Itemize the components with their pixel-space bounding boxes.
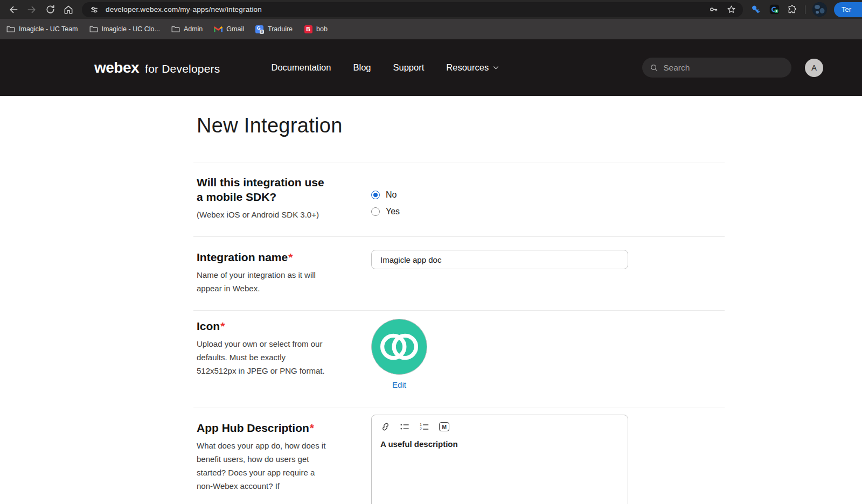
section-app-hub-description: App Hub Description* What does your app … [193,408,725,504]
required-asterisk: * [310,422,314,434]
radio-button-unselected[interactable] [371,207,380,216]
nav-resources[interactable]: Resources [446,62,499,73]
mobile-sdk-radio-group: No Yes [371,190,725,216]
nav-blog[interactable]: Blog [353,62,371,73]
search-input[interactable] [663,63,784,73]
section-subtext: Upload your own or select from our defau… [197,337,326,377]
back-button[interactable] [4,2,23,18]
bookmark-imagicle-uc-clo[interactable]: Imagicle - UC Clo... [89,25,160,33]
section-heading: Will this integration use a mobile SDK? [197,175,326,204]
bookmark-label: Imagicle - UC Team [19,25,78,33]
site-settings-icon [89,5,99,15]
edit-icon-link[interactable]: Edit [392,380,406,389]
account-avatar[interactable]: A [805,59,823,77]
gmail-icon [214,25,223,33]
section-subtext: (Webex iOS or Android SDK 3.0+) [197,208,326,221]
bookmarks-bar: Imagicle - UC Team Imagicle - UC Clo... … [0,19,862,39]
bookmark-label: Admin [184,25,203,33]
svg-text:2: 2 [420,427,422,431]
bookmark-label: Traduire [268,25,293,33]
extensions-puzzle-icon[interactable] [787,4,798,15]
page-content: New Integration Will this integration us… [193,114,725,504]
extension-key-icon[interactable] [750,4,762,16]
insert-link-button[interactable] [380,422,391,432]
forward-button[interactable] [23,2,41,18]
update-button-label: Ter [842,5,851,13]
radio-option-yes[interactable]: Yes [371,207,725,216]
section-subtext: What does your app do, how does it benef… [197,439,326,493]
required-asterisk: * [220,320,225,332]
section-heading: Icon* [197,319,326,333]
numbered-list-button[interactable]: 12 [419,423,430,431]
webex-logo[interactable]: webex for Developers [94,59,220,76]
logo-webex: webex [94,59,139,76]
folder-icon [89,25,98,33]
home-button[interactable] [59,2,78,18]
svg-text:1: 1 [420,423,422,426]
radio-label: No [386,190,397,200]
nav-documentation[interactable]: Documentation [271,62,331,73]
main-nav: Documentation Blog Support Resources [271,62,499,73]
markdown-icon: M [439,422,449,431]
folder-icon [6,25,15,33]
avatar-letter: A [811,63,817,72]
browser-toolbar: developer.webex.com/my-apps/new/integrat… [0,0,862,19]
editor-toolbar: 12 M [372,415,628,435]
chevron-down-icon [492,64,499,71]
integration-name-input[interactable] [371,250,628,269]
section-subtext: Name of your integration as it will appe… [197,268,326,295]
markdown-button[interactable]: M [439,422,449,431]
site-info-button[interactable] [88,4,100,16]
bookmark-imagicle-uc-team[interactable]: Imagicle - UC Team [6,25,78,33]
globe-icon [812,2,827,17]
search-icon [650,63,658,73]
folder-icon [171,25,180,33]
profile-avatar[interactable] [812,2,827,17]
extension-app-icon[interactable] [769,4,780,15]
logo-for-developers: for Developers [145,62,220,75]
reload-button[interactable] [41,2,59,18]
integration-icon-preview[interactable] [371,319,427,375]
radio-label: Yes [386,207,400,216]
bookmark-traduire[interactable]: G文 Traduire [255,25,293,33]
description-editor[interactable]: 12 M A useful description [371,415,628,504]
chrome-update-button[interactable]: Ter [834,2,862,17]
bookmark-gmail[interactable]: Gmail [214,25,244,33]
radio-option-no[interactable]: No [371,190,725,200]
bookmark-admin[interactable]: Admin [171,25,203,33]
section-heading: Integration name* [197,250,326,264]
bookmark-star-icon[interactable] [726,4,736,15]
numbered-list-icon: 12 [419,423,430,431]
bookmark-label: bob [316,25,328,33]
url-text[interactable]: developer.webex.com/my-apps/new/integrat… [106,5,703,13]
bullet-list-button[interactable] [400,423,410,431]
address-bar[interactable]: developer.webex.com/my-apps/new/integrat… [82,2,743,17]
bookmark-bob[interactable]: B bob [304,25,328,33]
home-icon [63,4,74,15]
letter-b-icon: B [304,25,312,33]
link-icon [380,422,391,432]
header-search[interactable] [642,58,791,78]
google-translate-icon: G文 [255,25,264,33]
forward-arrow-icon [26,4,37,15]
radio-button-selected[interactable] [371,191,380,199]
section-mobile-sdk: Will this integration use a mobile SDK? … [193,163,725,236]
reload-icon [45,4,55,15]
page-title: New Integration [197,114,725,137]
back-arrow-icon [8,4,19,15]
site-header: webex for Developers Documentation Blog … [0,39,862,96]
section-icon: Icon* Upload your own or select from our… [193,310,725,408]
required-asterisk: * [288,251,293,263]
description-editor-text[interactable]: A useful description [372,435,628,453]
bullet-list-icon [400,423,410,431]
interlocking-rings-icon [372,319,427,375]
bookmark-label: Gmail [226,25,244,33]
section-integration-name: Integration name* Name of your integrati… [193,236,725,310]
toolbar-separator [805,5,805,14]
bookmark-label: Imagicle - UC Clo... [102,25,160,33]
password-key-icon[interactable] [708,4,719,15]
section-heading: App Hub Description* [197,421,326,435]
nav-support[interactable]: Support [393,62,425,73]
